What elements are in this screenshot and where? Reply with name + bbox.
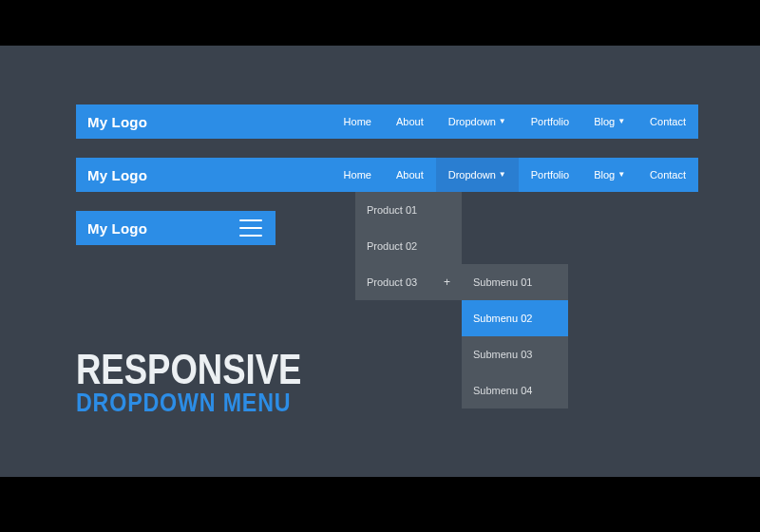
stage: My Logo Home About Dropdown▼ Portfolio B… <box>0 46 760 477</box>
caret-down-icon: ▼ <box>618 171 625 179</box>
navbar-default: My Logo Home About Dropdown▼ Portfolio B… <box>76 104 698 139</box>
title-sub: DROPDOWN MENU <box>76 388 291 418</box>
nav-items: Home About Dropdown▼ Portfolio Blog▼ Con… <box>332 104 698 139</box>
title-main: RESPONSIVE <box>76 346 301 393</box>
nav-label: Blog <box>594 116 615 127</box>
submenu-item-03[interactable]: Submenu 03 <box>462 336 568 372</box>
nav-blog[interactable]: Blog▼ <box>581 104 637 139</box>
nav-contact[interactable]: Contact <box>637 104 698 139</box>
nav-contact[interactable]: Contact <box>637 158 698 192</box>
nav-portfolio[interactable]: Portfolio <box>519 104 581 139</box>
nav-dropdown[interactable]: Dropdown▼ <box>436 104 519 139</box>
nav-label: Contact <box>650 116 686 127</box>
logo[interactable]: My Logo <box>76 167 147 183</box>
nav-blog[interactable]: Blog▼ <box>581 158 637 192</box>
navbar-dropdown-open: My Logo Home About Dropdown▼ Portfolio B… <box>76 158 698 192</box>
nav-label: Portfolio <box>531 169 569 180</box>
dropdown-item-product-01[interactable]: Product 01 <box>355 192 462 228</box>
expand-plus-icon: + <box>444 276 450 289</box>
caret-down-icon: ▼ <box>499 118 506 125</box>
nav-portfolio[interactable]: Portfolio <box>519 158 581 192</box>
nav-about[interactable]: About <box>384 158 436 192</box>
nav-label: Dropdown <box>448 169 496 180</box>
submenu-item-02[interactable]: Submenu 02 <box>462 300 568 336</box>
submenu-label: Submenu 02 <box>473 313 532 324</box>
nav-label: Portfolio <box>531 116 569 127</box>
submenu-label: Submenu 01 <box>473 276 532 288</box>
nav-label: About <box>396 169 424 180</box>
submenu-label: Submenu 03 <box>473 349 532 360</box>
navbar-mobile: My Logo <box>76 211 276 245</box>
dropdown-label: Product 03 <box>367 276 417 288</box>
hamburger-icon[interactable] <box>239 219 262 237</box>
nav-label: Dropdown <box>448 116 496 127</box>
nav-items: Home About Dropdown▼ Portfolio Blog▼ Con… <box>332 158 698 192</box>
nav-label: Home <box>344 169 371 180</box>
caret-down-icon: ▼ <box>499 171 506 179</box>
nav-label: Home <box>344 116 371 127</box>
submenu-item-01[interactable]: Submenu 01 <box>462 264 568 300</box>
dropdown-label: Product 01 <box>367 204 417 216</box>
nav-label: Contact <box>650 169 686 180</box>
nav-dropdown[interactable]: Dropdown▼ <box>436 158 519 192</box>
submenu-label: Submenu 04 <box>473 385 532 396</box>
nav-about[interactable]: About <box>384 104 436 139</box>
dropdown-label: Product 02 <box>367 240 417 252</box>
dropdown-menu: Product 01 Product 02 Product 03 + <box>355 192 462 300</box>
submenu: Submenu 01 Submenu 02 Submenu 03 Submenu… <box>462 264 568 408</box>
nav-label: About <box>396 116 424 127</box>
dropdown-item-product-02[interactable]: Product 02 <box>355 228 462 264</box>
logo[interactable]: My Logo <box>76 220 147 237</box>
logo[interactable]: My Logo <box>76 114 147 130</box>
nav-home[interactable]: Home <box>332 158 384 192</box>
submenu-item-04[interactable]: Submenu 04 <box>462 372 568 408</box>
nav-home[interactable]: Home <box>332 104 384 139</box>
caret-down-icon: ▼ <box>618 118 625 125</box>
nav-label: Blog <box>594 169 615 180</box>
dropdown-item-product-03[interactable]: Product 03 + <box>355 264 462 300</box>
